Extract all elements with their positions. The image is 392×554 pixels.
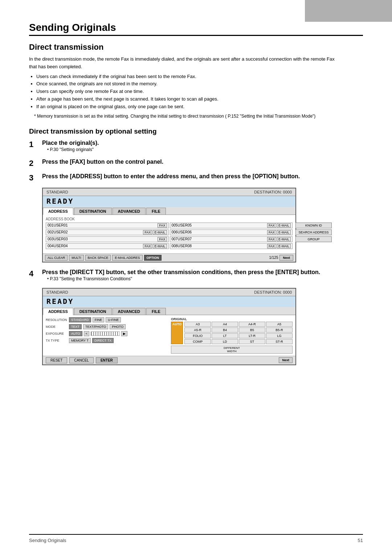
size-a4[interactable]: A4 xyxy=(212,322,238,327)
section1-title: Direct transmission xyxy=(29,42,363,52)
step-2: 2 Press the [FAX] button on the control … xyxy=(29,159,363,168)
panel2-body: RESOLUTION STANDARD FINE U-FINE MODE TEX… xyxy=(43,315,295,356)
bullet-list: Users can check immediately if the origi… xyxy=(36,73,363,111)
size-b4[interactable]: B4 xyxy=(212,327,238,333)
address-row-4[interactable]: 004USER04 FAX E-MAIL xyxy=(46,243,169,249)
step-4-title: Press the [DIRECT TX] button, set the ot… xyxy=(42,269,363,276)
photo-btn[interactable]: PHOTO xyxy=(110,324,126,329)
address-row-7[interactable]: 007USER07 FAX E-MAIL xyxy=(170,236,293,242)
known-id-button[interactable]: KNOWN ID xyxy=(295,223,332,228)
address-tag-fax-6: FAX xyxy=(267,230,276,235)
address-row-6[interactable]: 006USER06 FAX E-MAIL xyxy=(170,229,293,235)
note-list: Memory transmission is set as the initia… xyxy=(34,113,363,119)
step-2-content: Press the [FAX] button on the control pa… xyxy=(42,159,363,166)
address-tag-email-6: E-MAIL xyxy=(277,230,291,235)
tab-destination[interactable]: DESTINATION xyxy=(74,208,112,215)
all-clear-button[interactable]: ALL CLEAR xyxy=(45,255,68,261)
step-4-number: 4 xyxy=(29,269,42,278)
panel2-tab-file[interactable]: FILE xyxy=(146,308,166,315)
step-3-number: 3 xyxy=(29,173,42,183)
panel2-tab-advanced[interactable]: ADVANCED xyxy=(113,308,146,315)
address-name-7: 007USER07 xyxy=(172,237,266,241)
bullet-item: After a page has been sent, the next pag… xyxy=(36,95,345,103)
address-tag-email-4: E-MAIL xyxy=(153,244,167,248)
address-name-2: 002USER02 xyxy=(48,230,142,234)
exposure-right-btn[interactable]: ▶ xyxy=(121,331,127,336)
size-comp[interactable]: COMP xyxy=(184,339,211,344)
multi-button[interactable]: MULTI xyxy=(69,255,83,261)
step-1-content: Place the original(s). P.30 "Setting ori… xyxy=(42,140,363,154)
size-st[interactable]: ST xyxy=(239,339,265,344)
panel2-tab-destination[interactable]: DESTINATION xyxy=(74,308,112,315)
option-button[interactable]: OPTION xyxy=(144,255,162,261)
size-a4r[interactable]: A4-R xyxy=(239,322,265,327)
panel2-tab-address[interactable]: ADDRESS xyxy=(43,308,73,315)
address-name-4: 004USER04 xyxy=(48,244,142,248)
search-address-button[interactable]: SEARCH ADDRESS xyxy=(295,229,332,235)
size-a5[interactable]: A5 xyxy=(266,322,293,327)
size-str[interactable]: ST-R xyxy=(266,339,293,344)
step-1-title: Place the original(s). xyxy=(42,140,363,146)
next-button-2[interactable]: Next xyxy=(279,357,293,363)
size-a3[interactable]: A3 xyxy=(184,322,211,327)
panel1-status: STANDARD xyxy=(46,190,68,194)
auto-exposure-btn[interactable]: AUTO xyxy=(69,331,82,336)
next-button-1[interactable]: Next xyxy=(279,255,293,261)
direct-tx-btn[interactable]: DIRECT TX xyxy=(92,338,114,343)
bullet-item: Users can check immediately if the origi… xyxy=(36,73,345,81)
fine-btn[interactable]: FINE xyxy=(93,317,105,322)
group-button[interactable]: GROUP xyxy=(295,236,332,242)
address-row-8[interactable]: 008USER08 FAX E-MAIL xyxy=(170,243,293,249)
footer-right: 51 xyxy=(358,538,363,543)
enter-button[interactable]: ENTER xyxy=(96,357,118,363)
size-ltr[interactable]: LT-R xyxy=(239,333,265,338)
step-1-number: 1 xyxy=(29,140,42,149)
panel1-body: ADDRESS BOOK 001USER01 FAX 005USER05 FAX… xyxy=(43,215,295,253)
size-ld[interactable]: LD xyxy=(212,339,238,344)
size-a5r[interactable]: A5-R xyxy=(184,327,211,333)
text-photo-btn[interactable]: TEXT/PHOTO xyxy=(83,324,108,329)
size-lg[interactable]: LG xyxy=(266,333,293,338)
address-row-3[interactable]: 003USER03 FAX xyxy=(46,236,169,242)
size-lt[interactable]: LT xyxy=(212,333,238,338)
page-info: 1/125 xyxy=(269,256,278,260)
size-b5[interactable]: B5 xyxy=(239,327,265,333)
step-3: 3 Press the [ADDRESS] button to enter th… xyxy=(29,173,363,183)
step-3-title: Press the [ADDRESS] button to enter the … xyxy=(42,173,363,180)
step-2-title: Press the [FAX] button on the control pa… xyxy=(42,159,363,165)
tab-advanced[interactable]: ADVANCED xyxy=(113,208,146,215)
size-folio[interactable]: FOLIO xyxy=(184,333,211,338)
address-book-label: ADDRESS BOOK xyxy=(46,217,293,221)
address-tag-email-2: E-MAIL xyxy=(153,230,167,235)
mode-label: MODE xyxy=(46,325,68,329)
tab-address[interactable]: ADDRESS xyxy=(43,208,73,215)
size-b5r[interactable]: B5-R xyxy=(266,327,293,333)
page-footer: Sending Originals 51 xyxy=(29,534,363,543)
different-width-btn[interactable]: DIFFERENTWIDTH xyxy=(171,346,293,354)
reset-button[interactable]: RESET xyxy=(46,357,67,363)
tab-file[interactable]: FILE xyxy=(146,208,166,215)
resolution-row: RESOLUTION STANDARD FINE U-FINE xyxy=(46,317,167,322)
address-name-5: 005USER05 xyxy=(172,223,266,227)
cancel-button[interactable]: CANCEL xyxy=(69,357,94,363)
address-row-2[interactable]: 002USER02 FAX E-MAIL xyxy=(46,229,169,235)
address-tag-fax-3: FAX xyxy=(158,237,167,241)
panel2-destination: DESTINATION: 0000 xyxy=(254,290,292,294)
text-btn[interactable]: TEXT xyxy=(69,324,82,329)
panel1-bottom-bar: ALL CLEAR MULTI BACK SPACE E-MAIL ADDRES… xyxy=(43,253,295,262)
auto-size-btn[interactable]: AUTO xyxy=(171,322,183,344)
standard-btn[interactable]: STANDARD xyxy=(69,317,91,322)
back-space-button[interactable]: BACK SPACE xyxy=(85,255,111,261)
memory-t-btn[interactable]: MEMORY T xyxy=(69,338,91,343)
email-address-button[interactable]: E-MAIL ADDRES xyxy=(112,255,142,261)
ufine-btn[interactable]: U-FINE xyxy=(106,317,121,322)
address-row-1[interactable]: 001USER01 FAX xyxy=(46,223,169,228)
panel2-tabs: ADDRESS DESTINATION ADVANCED FILE xyxy=(43,307,295,315)
side-buttons: KNOWN ID SEARCH ADDRESS GROUP xyxy=(295,223,332,242)
exposure-left-btn[interactable]: < xyxy=(84,331,89,336)
exposure-slider[interactable] xyxy=(91,331,120,336)
address-tag-fax-1: FAX xyxy=(158,223,167,228)
step-4-content: Press the [DIRECT TX] button, set the ot… xyxy=(42,269,363,283)
panel2-footer: RESET CANCEL ENTER Next xyxy=(43,356,295,364)
address-row-5[interactable]: 005USER05 FAX E-MAIL xyxy=(170,223,293,228)
